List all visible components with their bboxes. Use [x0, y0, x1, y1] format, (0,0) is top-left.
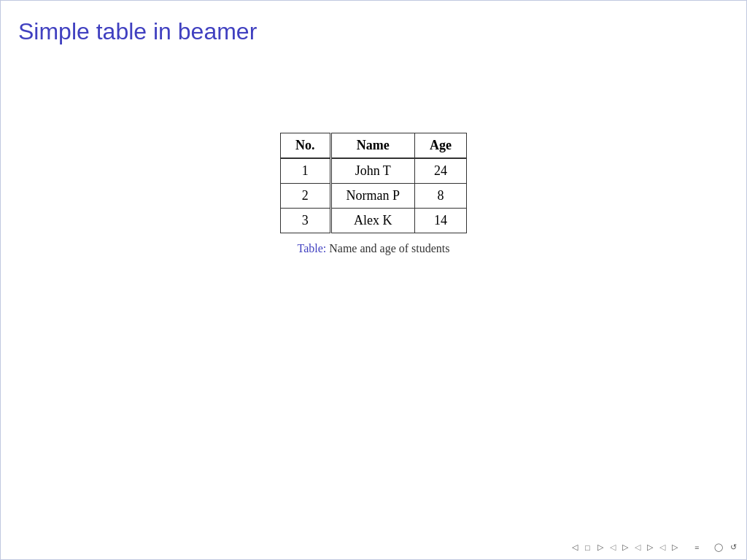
cell-2-1: Alex K — [330, 209, 415, 233]
col-header-name: Name — [330, 133, 415, 159]
nav-divider-3: ◁ — [659, 542, 665, 552]
cell-1-2: 8 — [415, 184, 467, 209]
nav-align-icon[interactable]: ≡ — [692, 542, 701, 553]
cell-0-0: 1 — [281, 158, 331, 184]
cell-1-0: 2 — [281, 184, 331, 209]
navigation-bar: ◁ □ ▷ ◁ ▷ ◁ ▷ ◁ ▷ ≡ ◯ ↺ — [570, 541, 739, 553]
nav-prev-icon[interactable]: □ — [583, 542, 592, 553]
nav-circle-icon[interactable]: ◯ — [712, 541, 725, 553]
table-row: 3Alex K14 — [281, 209, 467, 233]
caption-label: Table: — [297, 242, 326, 254]
table-row: 2Norman P8 — [281, 184, 467, 209]
table-header-row: No. Name Age — [281, 133, 467, 159]
cell-0-2: 24 — [415, 158, 467, 184]
cell-1-1: Norman P — [330, 184, 415, 209]
nav-prev-frame-icon[interactable]: ◁ — [570, 541, 580, 553]
slide-title: Simple table in beamer — [18, 18, 729, 45]
nav-next-icon[interactable]: ▷ — [670, 541, 680, 553]
nav-prev-section-icon[interactable]: ▷ — [620, 541, 630, 553]
cell-0-1: John T — [330, 158, 415, 184]
cell-2-0: 3 — [281, 209, 331, 233]
caption-text: Name and age of students — [326, 242, 449, 254]
nav-divider-2: ◁ — [635, 542, 640, 552]
col-header-age: Age — [415, 133, 467, 159]
table-row: 1John T24 — [281, 158, 467, 184]
content-area: No. Name Age 1John T242Norman P83Alex K1… — [18, 133, 729, 255]
nav-divider-5 — [705, 543, 708, 552]
cell-2-2: 14 — [415, 209, 467, 233]
nav-divider-4 — [684, 543, 689, 552]
data-table: No. Name Age 1John T242Norman P83Alex K1… — [280, 133, 467, 233]
nav-next-section-icon[interactable]: ▷ — [645, 541, 655, 553]
nav-next-frame-icon[interactable]: ▷ — [595, 541, 605, 553]
table-caption: Table: Name and age of students — [297, 242, 449, 255]
slide-container: Simple table in beamer No. Name Age 1Joh… — [1, 1, 746, 559]
col-header-no: No. — [281, 133, 331, 159]
nav-divider-1: ◁ — [610, 542, 616, 552]
nav-refresh-icon[interactable]: ↺ — [728, 541, 739, 553]
